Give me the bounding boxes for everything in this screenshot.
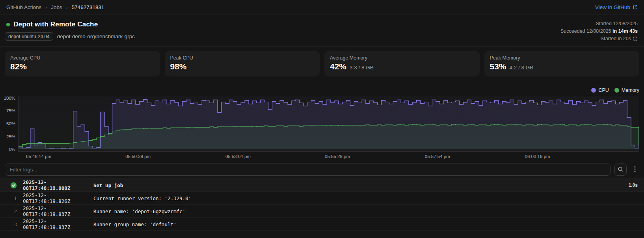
chevron-right-icon: › (66, 5, 68, 10)
x-tick: 05:55:29 pm (325, 154, 350, 159)
log-options-button[interactable] (631, 164, 639, 176)
y-axis: 100% 75% 50% 25% 0% (5, 96, 17, 152)
search-icon (618, 166, 624, 173)
x-tick: 05:53:04 pm (225, 154, 251, 159)
log-line-number: 3 (0, 221, 18, 227)
log-timestamp: 2025-12-08T17:48:19.826Z (18, 192, 93, 204)
run-duration: in 14m 43s (612, 28, 638, 34)
card-peak-memory: Peak Memory 53% 4.2 / 8 GB (484, 51, 640, 76)
log-line-number: 2 (0, 208, 18, 214)
card-value: 53% (490, 62, 506, 71)
y-tick: 0% (9, 147, 15, 152)
legend-label: Memory (622, 87, 639, 93)
log-message: Set up job (93, 182, 629, 188)
log-filter-bar (0, 162, 644, 178)
x-tick: 06:00:19 pm (525, 154, 550, 159)
card-value: 98% (170, 62, 187, 71)
log-message: Runner name: 'depot-6gzqwzrmfc' (93, 208, 638, 214)
x-tick: 05:57:54 pm (425, 154, 450, 159)
card-subvalue: 4.2 / 8 GB (510, 65, 534, 71)
card-value: 82% (10, 62, 27, 71)
view-in-github-label: View in GitHub (595, 4, 630, 10)
kebab-menu-icon (634, 166, 636, 173)
card-label: Average Memory (330, 55, 474, 61)
log-message: Runner group name: 'default' (93, 221, 638, 227)
view-in-github-link[interactable]: View in GitHub (595, 4, 638, 10)
y-tick: 25% (6, 134, 15, 139)
started-in-line: Started in 20s (560, 35, 638, 44)
log-timestamp: 2025-12-08T17:48:19.000Z (18, 179, 93, 191)
log-line-number: 1 (0, 195, 18, 201)
job-status-dot (6, 23, 10, 26)
breadcrumb: GitHub Actions › Jobs › 57462731831 (6, 4, 104, 10)
breadcrumb-job-id: 57462731831 (72, 4, 104, 10)
x-tick: 05:50:39 pm (125, 154, 151, 159)
log-row-step[interactable]: 2025-12-08T17:48:19.000Z Set up job 1.0s (0, 178, 644, 192)
chart-svg (19, 96, 639, 151)
top-bar: GitHub Actions › Jobs › 57462731831 View… (0, 0, 644, 15)
log-timestamp: 2025-12-08T17:48:19.837Z (18, 205, 93, 217)
log-timestamp: 2025-12-08T17:48:19.837Z (18, 218, 93, 230)
card-label: Peak Memory (490, 55, 634, 61)
log-list: 2025-12-08T17:48:19.000Z Set up job 1.0s… (0, 178, 644, 238)
repo-name: depot-demo-org/benchmark-grpc (57, 33, 135, 39)
y-tick: 50% (6, 121, 15, 126)
y-tick: 75% (6, 108, 15, 113)
memory-legend-dot-icon (614, 88, 619, 93)
breadcrumb-jobs[interactable]: Jobs (51, 4, 62, 10)
log-row[interactable]: 2 2025-12-08T17:48:19.837Z Runner name: … (0, 205, 644, 218)
x-tick: 05:48:14 pm (26, 154, 51, 159)
card-label: Average CPU (10, 55, 154, 61)
chart-legend: CPU Memory (5, 86, 639, 94)
y-tick: 100% (4, 96, 15, 100)
log-row[interactable]: 1 2025-12-08T17:48:19.826Z Current runne… (0, 192, 644, 205)
succeeded-line: Succeeded 12/08/2025 in 14m 43s (560, 28, 638, 35)
page-title: Depot with Remote Cache (13, 20, 98, 28)
card-value: 42% (330, 62, 346, 71)
card-average-cpu: Average CPU 82% (5, 51, 160, 76)
usage-chart-section: CPU Memory 100% 75% 50% 25% 0% 05:48:14 … (0, 83, 644, 162)
run-meta: Started 12/08/2025 Succeeded 12/08/2025 … (560, 20, 638, 44)
cpu-legend-dot-icon (591, 88, 596, 93)
stat-cards: Average CPU 82% Peak CPU 98% Average Mem… (0, 46, 644, 83)
info-icon[interactable] (633, 36, 638, 44)
filter-logs-input[interactable] (5, 164, 610, 176)
x-axis: 05:48:14 pm 05:50:39 pm 05:53:04 pm 05:5… (18, 153, 639, 162)
usage-chart: 100% 75% 50% 25% 0% 05:48:14 pm 05:50:39… (5, 96, 639, 162)
log-message: Current runner version: '2.329.0' (93, 195, 638, 201)
chart-plot-area[interactable] (18, 96, 639, 152)
chevron-right-icon: › (45, 5, 47, 10)
job-header: Depot with Remote Cache depot-ubuntu-24.… (0, 15, 644, 46)
card-label: Peak CPU (170, 55, 315, 61)
started-date: Started 12/08/2025 (560, 20, 638, 28)
runner-label-badge: depot-ubuntu-24.04 (5, 32, 53, 41)
external-link-icon (633, 5, 638, 10)
step-duration: 1.0s (629, 182, 638, 188)
search-button[interactable] (614, 164, 627, 176)
log-row-spacer (0, 231, 644, 238)
card-subvalue: 3.3 / 8 GB (350, 65, 374, 71)
legend-item-cpu: CPU (591, 87, 609, 93)
step-success-icon (0, 182, 18, 189)
card-average-memory: Average Memory 42% 3.3 / 8 GB (324, 51, 480, 76)
breadcrumb-github-actions[interactable]: GitHub Actions (6, 4, 41, 10)
legend-item-memory: Memory (614, 87, 639, 93)
log-row[interactable]: 3 2025-12-08T17:48:19.837Z Runner group … (0, 218, 644, 231)
legend-label: CPU (598, 87, 609, 93)
card-peak-cpu: Peak CPU 98% (165, 51, 320, 76)
